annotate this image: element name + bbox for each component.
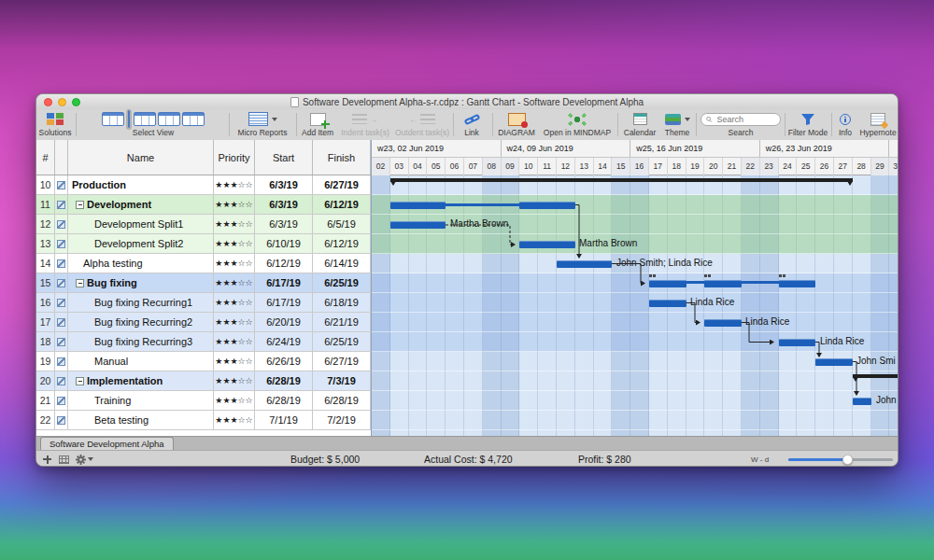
gantt-day-label: 3: [889, 158, 899, 175]
table-row[interactable]: 19 Manual ★★★☆☆ 6/26/19 6/27/19: [36, 352, 371, 371]
priority-stars[interactable]: ★★★☆☆: [214, 215, 255, 233]
table-row[interactable]: 15 Bug fixing ★★★☆☆ 6/17/19 6/25/19: [36, 273, 371, 293]
priority-stars[interactable]: ★★★☆☆: [214, 195, 255, 214]
row-number: 19: [36, 352, 55, 371]
priority-stars[interactable]: ★★★☆☆: [214, 332, 255, 351]
task-icon-cell: [55, 234, 68, 253]
task-bar-training[interactable]: [853, 398, 871, 405]
document-tab[interactable]: Software Development Alpha: [40, 437, 174, 451]
zoom-slider[interactable]: [788, 455, 893, 465]
row-number: 20: [36, 371, 55, 390]
table-row[interactable]: 16 Bug fixing Recurring1 ★★★☆☆ 6/17/19 6…: [36, 293, 371, 313]
table-row[interactable]: 18 Bug fixing Recurring3 ★★★☆☆ 6/24/19 6…: [36, 332, 371, 352]
settings-button[interactable]: [76, 451, 93, 467]
add-item-button[interactable]: Add Item: [299, 111, 336, 138]
table-row[interactable]: 20 Implementation ★★★☆☆ 6/28/19 7/3/19: [36, 371, 371, 391]
task-name: Development: [87, 199, 151, 210]
calendar-button[interactable]: Calendar: [621, 111, 658, 138]
grid-view-button[interactable]: [59, 451, 69, 467]
task-name: Development Split1: [94, 218, 183, 230]
col-priority-header[interactable]: Priority: [214, 140, 255, 175]
task-name-cell: Development: [68, 195, 214, 214]
collapse-toggle-icon[interactable]: [76, 279, 84, 287]
task-bar-development-part2[interactable]: [519, 202, 574, 209]
hypernote-button[interactable]: Hypernote: [858, 111, 898, 138]
priority-stars[interactable]: ★★★☆☆: [214, 411, 255, 429]
status-bar: Budget: $ 5,000 Actual Cost: $ 4,720 Pro…: [36, 450, 898, 467]
task-name-cell: Training: [68, 391, 214, 410]
task-bar-alpha-testing[interactable]: [557, 260, 612, 268]
view-report-icon[interactable]: [158, 112, 180, 126]
col-finish-header[interactable]: Finish: [313, 140, 371, 175]
start-date: 6/20/19: [255, 313, 313, 331]
titlebar[interactable]: Software Development Alpha-s-r.cdpz : Ga…: [36, 94, 898, 110]
priority-stars[interactable]: ★★★☆☆: [214, 254, 255, 273]
priority-stars[interactable]: ★★★☆☆: [214, 234, 255, 253]
task-bar-development-part1[interactable]: [390, 202, 446, 209]
table-row[interactable]: 21 Training ★★★☆☆ 6/28/19 6/28/19: [36, 391, 371, 411]
task-icon-cell: [55, 273, 68, 292]
table-row[interactable]: 22 Beta testing ★★★☆☆ 7/1/19 7/2/19: [36, 411, 371, 430]
task-bar-bug-fixing-recurring1[interactable]: [649, 300, 686, 307]
table-row[interactable]: 13 Development Split2 ★★★☆☆ 6/10/19 6/12…: [36, 234, 371, 254]
view-dashboard-icon[interactable]: [182, 112, 205, 126]
gantt-week-row: w23, 02 Jun 2019 w24, 09 Jun 2019 w25, 1…: [372, 140, 899, 158]
table-row[interactable]: 11 Development ★★★☆☆ 6/3/19 6/12/19: [36, 195, 371, 215]
table-row[interactable]: 17 Bug fixing Recurring2 ★★★☆☆ 6/20/19 6…: [36, 313, 371, 332]
task-icon-cell: [55, 371, 68, 390]
solutions-icon: [47, 113, 64, 125]
minimize-button[interactable]: [58, 98, 66, 106]
search-label: Search: [699, 128, 783, 137]
task-bar-development-split1[interactable]: [390, 221, 446, 229]
view-project-icon[interactable]: [102, 112, 124, 126]
table-row[interactable]: 12 Development Split1 ★★★☆☆ 6/3/19 6/5/1…: [36, 215, 371, 234]
table-row[interactable]: 14 Alpha testing ★★★☆☆ 6/12/19 6/14/19: [36, 254, 371, 273]
task-bar-manual[interactable]: [815, 358, 853, 366]
priority-stars[interactable]: ★★★☆☆: [214, 273, 255, 292]
priority-stars[interactable]: ★★★☆☆: [214, 313, 255, 331]
link-button[interactable]: Link: [456, 111, 488, 138]
gear-icon: [76, 455, 86, 465]
micro-reports-button[interactable]: Micro Reports: [233, 111, 292, 138]
outdent-task-button[interactable]: ← Outdent task(s): [394, 111, 450, 138]
task-bar-development-split2[interactable]: [519, 241, 574, 248]
priority-stars[interactable]: ★★★☆☆: [214, 175, 255, 194]
open-in-mindmap-button[interactable]: Open in MINDMAP: [541, 111, 614, 138]
view-gantt-selected[interactable]: [126, 109, 132, 130]
priority-stars[interactable]: ★★★☆☆: [214, 391, 255, 410]
task-bar-bug-fixing-recurring2[interactable]: [704, 319, 742, 327]
summary-seg-bug-fixing-1[interactable]: [649, 280, 686, 287]
theme-button[interactable]: Theme: [660, 111, 694, 138]
priority-stars[interactable]: ★★★☆☆: [214, 371, 255, 390]
search-input[interactable]: [715, 114, 775, 125]
diagram-button[interactable]: DIAGRAM: [495, 111, 538, 138]
add-row-button[interactable]: [43, 451, 51, 467]
view-resource-icon[interactable]: [134, 112, 156, 126]
priority-stars[interactable]: ★★★☆☆: [214, 293, 255, 312]
task-table: 10 Production ★★★☆☆ 6/3/19 6/27/19 11 De…: [36, 175, 371, 436]
priority-stars[interactable]: ★★★☆☆: [214, 352, 255, 371]
filter-mode-button[interactable]: Filter Mode: [786, 111, 829, 138]
info-button[interactable]: Info: [833, 111, 857, 138]
collapse-toggle-icon[interactable]: [76, 201, 84, 209]
search-box[interactable]: [700, 113, 781, 126]
gantt-day-label: 24: [779, 158, 798, 175]
close-button[interactable]: [44, 98, 52, 106]
summary-seg-bug-fixing-2[interactable]: [704, 280, 742, 287]
indent-task-button[interactable]: → Indent task(s): [338, 111, 392, 138]
grid-icon: [59, 455, 69, 464]
collapse-toggle-icon[interactable]: [76, 377, 84, 385]
zoom-button[interactable]: [72, 98, 80, 106]
summary-bar-implementation[interactable]: [853, 374, 899, 378]
summary-bar-production[interactable]: [390, 178, 853, 182]
week-label: w23, 02 Jun 2019: [372, 140, 502, 157]
zoom-slider-knob[interactable]: [842, 455, 853, 465]
col-name-header[interactable]: Name: [68, 140, 214, 175]
filter-mode-label: Filter Mode: [786, 128, 829, 137]
summary-seg-bug-fixing-3[interactable]: [779, 280, 816, 287]
col-number-header[interactable]: #: [36, 140, 55, 175]
task-bar-bug-fixing-recurring3[interactable]: [779, 339, 816, 346]
col-start-header[interactable]: Start: [255, 140, 313, 175]
table-row[interactable]: 10 Production ★★★☆☆ 6/3/19 6/27/19: [36, 175, 371, 195]
solutions-button[interactable]: Solutions: [38, 111, 72, 138]
